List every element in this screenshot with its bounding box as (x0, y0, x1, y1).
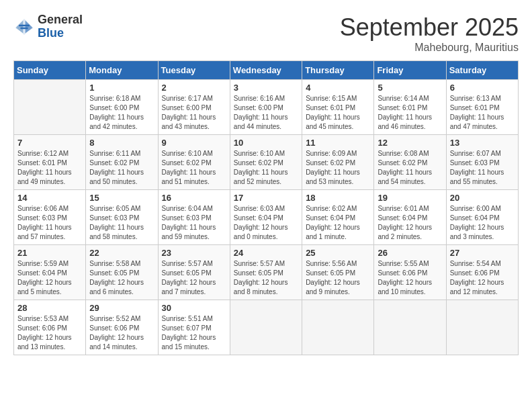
calendar-header-row: Sunday Monday Tuesday Wednesday Thursday… (14, 61, 519, 80)
day-number: 18 (306, 193, 370, 203)
calendar-day-cell: 18Sunrise: 6:02 AM Sunset: 6:04 PM Dayli… (302, 190, 374, 245)
header-thursday: Thursday (302, 61, 374, 80)
svg-marker-1 (26, 20, 33, 33)
day-info: Sunrise: 5:55 AM Sunset: 6:06 PM Dayligh… (378, 259, 442, 297)
calendar-day-cell: 11Sunrise: 6:09 AM Sunset: 6:02 PM Dayli… (302, 135, 374, 190)
day-info: Sunrise: 6:05 AM Sunset: 6:03 PM Dayligh… (89, 204, 154, 242)
day-number: 29 (89, 303, 154, 313)
calendar-day-cell: 7Sunrise: 6:12 AM Sunset: 6:01 PM Daylig… (14, 135, 86, 190)
day-number: 23 (162, 248, 226, 258)
day-info: Sunrise: 6:08 AM Sunset: 6:02 PM Dayligh… (378, 149, 442, 187)
calendar-day-cell: 4Sunrise: 6:15 AM Sunset: 6:01 PM Daylig… (302, 80, 374, 135)
logo-icon (13, 16, 35, 38)
day-number: 17 (234, 193, 298, 203)
calendar-day-cell: 24Sunrise: 5:57 AM Sunset: 6:05 PM Dayli… (230, 245, 302, 300)
day-number: 7 (17, 138, 82, 148)
calendar-week-row: 7Sunrise: 6:12 AM Sunset: 6:01 PM Daylig… (14, 135, 519, 190)
calendar-day-cell: 26Sunrise: 5:55 AM Sunset: 6:06 PM Dayli… (374, 245, 446, 300)
calendar-day-cell: 20Sunrise: 6:00 AM Sunset: 6:04 PM Dayli… (446, 190, 518, 245)
day-number: 15 (89, 193, 154, 203)
day-info: Sunrise: 6:03 AM Sunset: 6:04 PM Dayligh… (234, 204, 298, 242)
day-info: Sunrise: 6:02 AM Sunset: 6:04 PM Dayligh… (306, 204, 370, 242)
header-sunday: Sunday (14, 61, 86, 80)
day-info: Sunrise: 6:17 AM Sunset: 6:00 PM Dayligh… (162, 94, 226, 132)
calendar-day-cell (14, 80, 86, 135)
calendar-day-cell: 2Sunrise: 6:17 AM Sunset: 6:00 PM Daylig… (158, 80, 230, 135)
day-number: 2 (162, 83, 226, 93)
calendar-day-cell: 28Sunrise: 5:53 AM Sunset: 6:06 PM Dayli… (14, 300, 86, 355)
day-info: Sunrise: 5:57 AM Sunset: 6:05 PM Dayligh… (162, 259, 226, 297)
page-container: General Blue September 2025 Mahebourg, M… (13, 13, 519, 355)
calendar-day-cell: 9Sunrise: 6:10 AM Sunset: 6:02 PM Daylig… (158, 135, 230, 190)
day-info: Sunrise: 6:06 AM Sunset: 6:03 PM Dayligh… (17, 204, 82, 242)
calendar-day-cell: 29Sunrise: 5:52 AM Sunset: 6:06 PM Dayli… (86, 300, 158, 355)
page-header: General Blue September 2025 Mahebourg, M… (13, 13, 519, 54)
calendar-day-cell: 22Sunrise: 5:58 AM Sunset: 6:05 PM Dayli… (86, 245, 158, 300)
day-info: Sunrise: 5:56 AM Sunset: 6:05 PM Dayligh… (306, 259, 370, 297)
calendar-day-cell: 30Sunrise: 5:51 AM Sunset: 6:07 PM Dayli… (158, 300, 230, 355)
logo-general: General (38, 13, 83, 27)
logo-blue: Blue (38, 27, 83, 40)
day-number: 10 (234, 138, 298, 148)
day-number: 30 (162, 303, 226, 313)
title-block: September 2025 Mahebourg, Mauritius (340, 13, 519, 54)
day-info: Sunrise: 5:51 AM Sunset: 6:07 PM Dayligh… (162, 314, 226, 352)
day-number: 27 (450, 248, 515, 258)
day-info: Sunrise: 6:13 AM Sunset: 6:01 PM Dayligh… (450, 94, 515, 132)
day-info: Sunrise: 6:16 AM Sunset: 6:00 PM Dayligh… (234, 94, 298, 132)
logo: General Blue (13, 13, 83, 40)
header-saturday: Saturday (446, 61, 518, 80)
day-number: 25 (306, 248, 370, 258)
header-friday: Friday (374, 61, 446, 80)
location-subtitle: Mahebourg, Mauritius (340, 42, 519, 54)
calendar-table: Sunday Monday Tuesday Wednesday Thursday… (13, 60, 519, 355)
calendar-day-cell: 14Sunrise: 6:06 AM Sunset: 6:03 PM Dayli… (14, 190, 86, 245)
day-number: 21 (17, 248, 82, 258)
calendar-day-cell (302, 300, 374, 355)
day-info: Sunrise: 6:01 AM Sunset: 6:04 PM Dayligh… (378, 204, 442, 242)
calendar-day-cell: 16Sunrise: 6:04 AM Sunset: 6:03 PM Dayli… (158, 190, 230, 245)
day-number: 14 (17, 193, 82, 203)
day-info: Sunrise: 6:10 AM Sunset: 6:02 PM Dayligh… (234, 149, 298, 187)
day-info: Sunrise: 5:52 AM Sunset: 6:06 PM Dayligh… (89, 314, 154, 352)
day-number: 24 (234, 248, 298, 258)
day-info: Sunrise: 5:54 AM Sunset: 6:06 PM Dayligh… (450, 259, 515, 297)
day-number: 19 (378, 193, 442, 203)
svg-rect-4 (20, 28, 28, 29)
day-info: Sunrise: 6:00 AM Sunset: 6:04 PM Dayligh… (450, 204, 515, 242)
day-info: Sunrise: 6:12 AM Sunset: 6:01 PM Dayligh… (17, 149, 82, 187)
day-info: Sunrise: 5:53 AM Sunset: 6:06 PM Dayligh… (17, 314, 82, 352)
day-number: 26 (378, 248, 442, 258)
calendar-day-cell: 12Sunrise: 6:08 AM Sunset: 6:02 PM Dayli… (374, 135, 446, 190)
calendar-day-cell: 10Sunrise: 6:10 AM Sunset: 6:02 PM Dayli… (230, 135, 302, 190)
day-number: 6 (450, 83, 515, 93)
day-info: Sunrise: 6:15 AM Sunset: 6:01 PM Dayligh… (306, 94, 370, 132)
day-info: Sunrise: 6:14 AM Sunset: 6:01 PM Dayligh… (378, 94, 442, 132)
day-number: 12 (378, 138, 442, 148)
day-number: 1 (89, 83, 154, 93)
month-title: September 2025 (340, 13, 519, 42)
calendar-week-row: 1Sunrise: 6:18 AM Sunset: 6:00 PM Daylig… (14, 80, 519, 135)
calendar-week-row: 21Sunrise: 5:59 AM Sunset: 6:04 PM Dayli… (14, 245, 519, 300)
day-number: 28 (17, 303, 82, 313)
calendar-week-row: 28Sunrise: 5:53 AM Sunset: 6:06 PM Dayli… (14, 300, 519, 355)
calendar-day-cell: 17Sunrise: 6:03 AM Sunset: 6:04 PM Dayli… (230, 190, 302, 245)
day-info: Sunrise: 6:07 AM Sunset: 6:03 PM Dayligh… (450, 149, 515, 187)
calendar-day-cell (230, 300, 302, 355)
calendar-day-cell (446, 300, 518, 355)
header-tuesday: Tuesday (158, 61, 230, 80)
calendar-day-cell: 3Sunrise: 6:16 AM Sunset: 6:00 PM Daylig… (230, 80, 302, 135)
calendar-day-cell: 13Sunrise: 6:07 AM Sunset: 6:03 PM Dayli… (446, 135, 518, 190)
day-info: Sunrise: 6:11 AM Sunset: 6:02 PM Dayligh… (89, 149, 154, 187)
day-number: 8 (89, 138, 154, 148)
calendar-day-cell: 21Sunrise: 5:59 AM Sunset: 6:04 PM Dayli… (14, 245, 86, 300)
calendar-day-cell: 8Sunrise: 6:11 AM Sunset: 6:02 PM Daylig… (86, 135, 158, 190)
day-info: Sunrise: 5:58 AM Sunset: 6:05 PM Dayligh… (89, 259, 154, 297)
svg-marker-2 (15, 20, 23, 33)
header-monday: Monday (86, 61, 158, 80)
day-info: Sunrise: 5:59 AM Sunset: 6:04 PM Dayligh… (17, 259, 82, 297)
day-number: 20 (450, 193, 515, 203)
day-number: 13 (450, 138, 515, 148)
day-info: Sunrise: 6:04 AM Sunset: 6:03 PM Dayligh… (162, 204, 226, 242)
calendar-week-row: 14Sunrise: 6:06 AM Sunset: 6:03 PM Dayli… (14, 190, 519, 245)
